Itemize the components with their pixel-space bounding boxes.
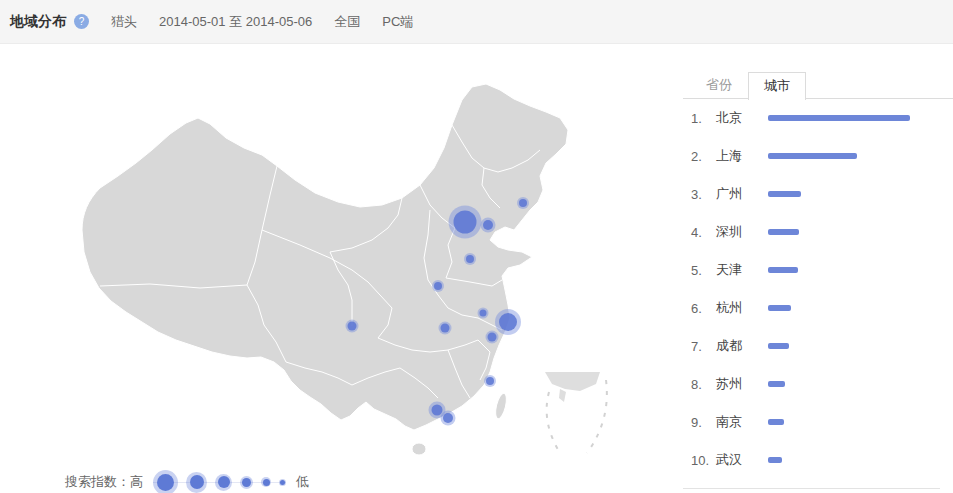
legend-circle xyxy=(279,479,286,486)
taiwan-island xyxy=(493,392,508,419)
index-bar xyxy=(768,457,910,463)
index-bar xyxy=(768,191,910,197)
city-name: 上海 xyxy=(716,147,768,165)
legend-circle xyxy=(215,474,232,491)
content-area: 搜索指数：高 低 省份 城市 1.北京2.上海3.广州4.深圳5.天津6.杭州7… xyxy=(0,44,953,493)
index-bar xyxy=(768,229,910,235)
date-range-label: 2014-05-01 至 2014-05-06 xyxy=(159,13,312,31)
index-bar xyxy=(768,419,910,425)
city-name: 深圳 xyxy=(716,223,768,241)
city-bubble[interactable] xyxy=(466,255,474,263)
legend-circle xyxy=(153,470,178,493)
south-china-sea-inset xyxy=(545,372,607,453)
legend-circle xyxy=(261,477,271,487)
city-row: 4.深圳 xyxy=(683,213,940,251)
widget-header: 地域分布 ? 猎头 2014-05-01 至 2014-05-06 全国 PC端 xyxy=(0,0,953,44)
rank-label: 6. xyxy=(691,301,716,316)
legend-scale-circles xyxy=(149,470,290,493)
platform-label: PC端 xyxy=(382,13,413,31)
city-bubble[interactable] xyxy=(519,199,527,207)
index-bar xyxy=(768,305,910,311)
index-bar xyxy=(768,115,910,121)
city-row: 7.成都 xyxy=(683,327,940,365)
tab-bar: 省份 城市 xyxy=(683,72,953,99)
tab-province[interactable]: 省份 xyxy=(690,72,748,98)
index-bar xyxy=(768,381,910,387)
rank-label: 1. xyxy=(691,111,716,126)
index-bar xyxy=(768,267,910,273)
city-row: 1.北京 xyxy=(683,99,940,137)
help-icon[interactable]: ? xyxy=(74,14,89,29)
rank-label: 10. xyxy=(691,453,716,468)
city-row: 8.苏州 xyxy=(683,365,940,403)
rank-label: 7. xyxy=(691,339,716,354)
city-name: 广州 xyxy=(716,185,768,203)
legend-circle xyxy=(186,472,207,493)
city-ranking-list: 1.北京2.上海3.广州4.深圳5.天津6.杭州7.成都8.苏州9.南京10.武… xyxy=(683,99,940,489)
city-bubble[interactable] xyxy=(480,310,487,317)
city-bubble[interactable] xyxy=(488,333,497,342)
city-name: 杭州 xyxy=(716,299,768,317)
index-bar xyxy=(768,153,910,159)
city-row: 9.南京 xyxy=(683,403,940,441)
city-row: 2.上海 xyxy=(683,137,940,175)
city-name: 成都 xyxy=(716,337,768,355)
hainan-island xyxy=(412,443,426,455)
rank-label: 5. xyxy=(691,263,716,278)
city-name: 苏州 xyxy=(716,375,768,393)
city-bubble[interactable] xyxy=(499,313,517,331)
city-bubble[interactable] xyxy=(441,324,450,333)
rank-label: 9. xyxy=(691,415,716,430)
page-title: 地域分布 xyxy=(10,13,66,31)
index-bar xyxy=(768,343,910,349)
city-name: 南京 xyxy=(716,413,768,431)
rank-label: 3. xyxy=(691,187,716,202)
rank-label: 2. xyxy=(691,149,716,164)
ranking-panel: 省份 城市 1.北京2.上海3.广州4.深圳5.天津6.杭州7.成都8.苏州9.… xyxy=(683,44,953,489)
rank-label: 4. xyxy=(691,225,716,240)
city-bubble[interactable] xyxy=(483,220,493,230)
city-bubble[interactable] xyxy=(454,211,477,234)
tab-city[interactable]: 城市 xyxy=(748,72,806,100)
city-bubble[interactable] xyxy=(443,413,453,423)
region-label: 全国 xyxy=(334,13,360,31)
city-row: 3.广州 xyxy=(683,175,940,213)
city-name: 北京 xyxy=(716,109,768,127)
city-name: 天津 xyxy=(716,261,768,279)
legend-low-label: 低 xyxy=(296,473,309,491)
rank-label: 8. xyxy=(691,377,716,392)
city-row: 6.杭州 xyxy=(683,289,940,327)
city-bubble[interactable] xyxy=(432,405,443,416)
legend-circle xyxy=(240,476,253,489)
keyword-label: 猎头 xyxy=(111,13,137,31)
china-map xyxy=(0,44,680,493)
city-row: 5.天津 xyxy=(683,251,940,289)
city-bubble[interactable] xyxy=(348,322,357,331)
search-index-legend: 搜索指数：高 低 xyxy=(65,468,309,493)
legend-high-label: 搜索指数：高 xyxy=(65,473,143,491)
city-row: 10.武汉 xyxy=(683,441,940,479)
city-bubble[interactable] xyxy=(486,377,494,385)
city-bubble[interactable] xyxy=(434,282,442,290)
city-name: 武汉 xyxy=(716,451,768,469)
